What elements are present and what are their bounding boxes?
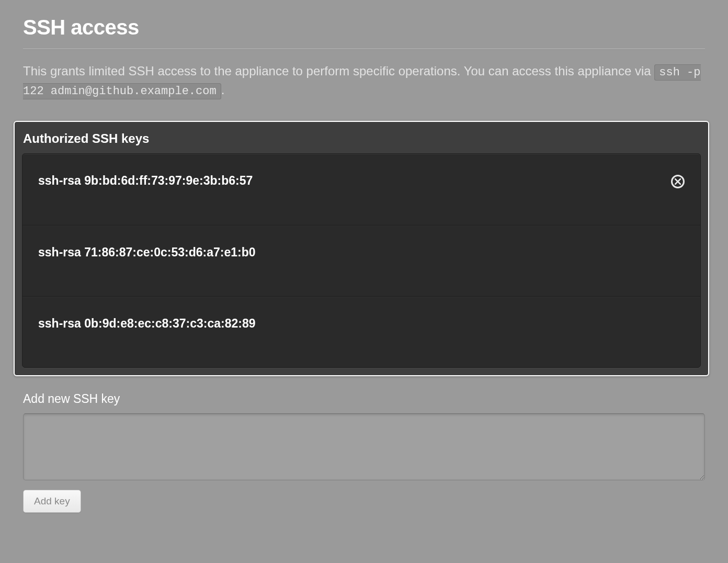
ssh-key-item: ssh-rsa 9b:bd:6d:ff:73:97:9e:3b:b6:57	[22, 154, 700, 226]
ssh-key-item: ssh-rsa 71:86:87:ce:0c:53:d6:a7:e1:b0	[22, 226, 700, 297]
description-prefix: This grants limited SSH access to the ap…	[23, 64, 654, 78]
close-icon	[675, 178, 681, 185]
ssh-key-fingerprint: ssh-rsa 9b:bd:6d:ff:73:97:9e:3b:b6:57	[38, 174, 253, 188]
ssh-key-textarea[interactable]	[23, 413, 705, 480]
panel-title: Authorized SSH keys	[23, 131, 701, 146]
add-key-button[interactable]: Add key	[23, 490, 81, 513]
page-title: SSH access	[23, 16, 705, 39]
ssh-key-fingerprint: ssh-rsa 71:86:87:ce:0c:53:d6:a7:e1:b0	[38, 245, 256, 260]
add-key-section: Add new SSH key Add key	[23, 392, 705, 513]
description-suffix: .	[221, 83, 225, 97]
authorized-keys-panel: Authorized SSH keys ssh-rsa 9b:bd:6d:ff:…	[14, 121, 709, 376]
ssh-key-fingerprint: ssh-rsa 0b:9d:e8:ec:c8:37:c3:ca:82:89	[38, 317, 256, 331]
remove-key-button[interactable]	[671, 175, 685, 188]
ssh-key-item: ssh-rsa 0b:9d:e8:ec:c8:37:c3:ca:82:89	[22, 297, 700, 367]
add-key-label: Add new SSH key	[23, 392, 705, 406]
page-description: This grants limited SSH access to the ap…	[23, 62, 705, 100]
divider	[23, 49, 705, 50]
ssh-key-list: ssh-rsa 9b:bd:6d:ff:73:97:9e:3b:b6:57 ss…	[22, 153, 701, 368]
